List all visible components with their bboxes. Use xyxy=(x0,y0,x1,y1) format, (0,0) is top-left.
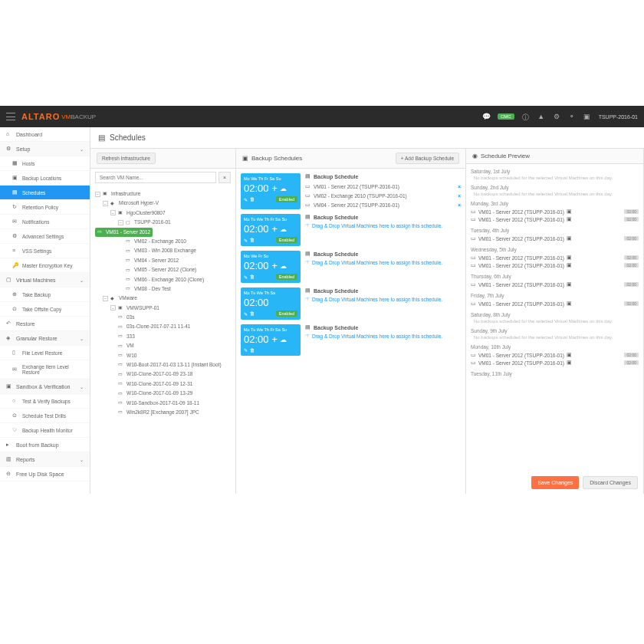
vm-icon: ▭ xyxy=(471,352,476,358)
tree-node[interactable]: −▢TSUPP-2016-01 xyxy=(95,218,231,227)
tree-node[interactable]: ▭VM06 - Exchange 2010 (Clone) xyxy=(95,275,231,284)
sidebar-item-sandbox-verification[interactable]: ▣Sandbox & Verification⌄ xyxy=(0,380,90,394)
sidebar-item-exchange-item-level-restore[interactable]: ✉Exchange Item Level Restore xyxy=(0,360,90,380)
vm-label: VM01 - Server 2012 (TSUPP-2016-01) xyxy=(478,217,564,222)
preview-day: Monday, 10th July▭VM01 - Server 2012 (TS… xyxy=(471,344,639,366)
edit-icon[interactable]: ✎ xyxy=(244,311,248,317)
edit-icon[interactable]: ✎ xyxy=(244,347,248,353)
remove-vm-button[interactable]: × xyxy=(458,202,461,208)
sidebar-item-advanced-settings[interactable]: ⚙Advanced Settings xyxy=(0,229,90,244)
tree-node[interactable]: ▭03s xyxy=(95,313,231,322)
sidebar-item-virtual-machines[interactable]: ▢Virtual Machines⌄ xyxy=(0,273,90,288)
schedule-card[interactable]: Mo Tu We Th Sa 02:00✎🗑Enabled xyxy=(241,288,301,320)
tree-toggle-icon[interactable]: − xyxy=(95,192,100,197)
sidebar-item-setup[interactable]: ⚙Setup⌄ xyxy=(0,142,90,156)
sidebar-item-reports[interactable]: ▥Reports⌄ xyxy=(0,452,90,467)
sidebar-item-backup-locations[interactable]: ▣Backup Locations xyxy=(0,171,90,186)
preview-vm: ▭VM01 - Server 2012 (TSUPP-2016-01)▣02:0… xyxy=(471,261,639,269)
search-input[interactable] xyxy=(95,172,216,183)
tree-node[interactable]: ▭W10-Clone-2017-01-09 12-31 xyxy=(95,380,231,389)
tree-toggle-icon[interactable]: − xyxy=(110,210,116,215)
schedule-time: 02:00 + ☁ xyxy=(244,260,297,271)
sidebar-item-restore[interactable]: ↶Restore xyxy=(0,317,90,331)
tree-node[interactable]: ▭VM01 - Server 2012 xyxy=(95,228,153,237)
sidebar-item-vss-settings[interactable]: ≡VSS Settings xyxy=(0,244,90,258)
tree-node[interactable]: ▭333 xyxy=(95,332,231,341)
sidebar-item-retention-policy[interactable]: ↻Retention Policy xyxy=(0,200,90,215)
tree-node[interactable]: ▭W10-Clone-2017-01-09 13-29 xyxy=(95,389,231,398)
delete-icon[interactable]: 🗑 xyxy=(250,311,255,316)
sidebar-item-backup-health-monitor[interactable]: ♡Backup Health Monitor xyxy=(0,423,90,438)
delete-icon[interactable]: 🗑 xyxy=(250,348,255,353)
tree-node[interactable]: ▭VM04 - Server 2012 xyxy=(95,256,231,265)
sidebar-item-take-backup[interactable]: ⊕Take Backup xyxy=(0,288,90,302)
schedule-card[interactable]: Mo We Fr Su 02:00 + ☁✎🗑Enabled xyxy=(241,251,301,283)
tree-node[interactable]: −▣Infrastructure xyxy=(95,189,231,199)
sidebar-item-test-verify-backups[interactable]: ○Test & Verify Backups xyxy=(0,394,90,409)
sidebar-item-notifications[interactable]: ✉Notifications xyxy=(0,215,90,229)
add-schedule-button[interactable]: + Add Backup Schedule xyxy=(396,153,459,164)
disk-icon: ▣ xyxy=(567,352,572,358)
tree-node[interactable]: −◆VMware xyxy=(95,294,231,303)
tree-node[interactable]: −▣HgoCluster90807 xyxy=(95,209,231,218)
logo-product-prefix: VM xyxy=(61,113,71,120)
remove-vm-button[interactable]: × xyxy=(458,193,461,199)
sidebar-item-master-encryption-key[interactable]: 🔑Master Encryption Key xyxy=(0,258,90,273)
sidebar-item-hosts[interactable]: ▦Hosts xyxy=(0,156,90,171)
preview-day: Monday, 3rd July▭VM01 - Server 2012 (TSU… xyxy=(471,201,639,223)
sidebar-item-file-level-restore[interactable]: ▯File Level Restore xyxy=(0,346,90,360)
tree-node[interactable]: ▭W10-Sandbox-2017-01-09 18-11 xyxy=(95,399,231,408)
sidebar-item-dashboard[interactable]: ⌂Dashboard xyxy=(0,127,90,142)
menu-icon[interactable] xyxy=(6,113,15,120)
tree-item-icon: ▭ xyxy=(118,343,124,350)
save-button[interactable]: Save Changes xyxy=(531,476,579,489)
tree-node[interactable]: ▭VM02 - Exchange 2010 xyxy=(95,237,231,246)
tree-node[interactable]: ▭W10 xyxy=(95,351,231,360)
delete-icon[interactable]: 🗑 xyxy=(250,197,255,202)
sidebar-item-take-offsite-copy[interactable]: ⊙Take Offsite Copy xyxy=(0,302,90,317)
tree-toggle-icon[interactable]: − xyxy=(110,305,116,310)
tree-node[interactable]: ▭VM03 - Win 2008 Exchange xyxy=(95,246,231,255)
sidebar-item-schedules[interactable]: ▤Schedules xyxy=(0,186,90,200)
remove-vm-button[interactable]: × xyxy=(458,184,461,189)
schedule-card[interactable]: Mo Tu We Th Fr Sa Su 02:00 + ☁✎🗑Enabled xyxy=(241,214,301,246)
sidebar-item-granular-restore[interactable]: ◈Granular Restore⌄ xyxy=(0,331,90,346)
sidebar-item-free-up-disk-space[interactable]: ⊖Free Up Disk Space xyxy=(0,467,90,481)
tree-toggle-icon[interactable]: − xyxy=(103,296,108,301)
preview-day: Tuesday, 11th July xyxy=(471,371,639,376)
refresh-button[interactable]: Refresh Infrastructure xyxy=(97,153,156,164)
delete-icon[interactable]: 🗑 xyxy=(250,238,255,242)
delete-icon[interactable]: 🗑 xyxy=(250,274,255,279)
settings-icon[interactable]: ⚙ xyxy=(553,113,560,120)
tree-node[interactable]: ▭Win2k8R2 [Exchange 2007] JPC xyxy=(95,408,231,417)
tree-node[interactable]: −◆Microsoft Hyper-V xyxy=(95,199,231,208)
tree-node[interactable]: ▭VM08 - Dev Test xyxy=(95,284,231,294)
time-badge: 02:00 xyxy=(624,209,639,214)
schedule-card[interactable]: Mo We Th Fr Sa Su 02:00 + ☁✎🗑Enabled xyxy=(241,173,301,209)
share-icon[interactable]: ⚬ xyxy=(568,113,576,120)
edit-icon[interactable]: ✎ xyxy=(244,197,248,202)
tree-toggle-icon[interactable]: − xyxy=(118,220,123,225)
tree-node[interactable]: ▭03s-Clone-2017-07-21 11-41 xyxy=(95,322,231,331)
day-title: Wednesday, 5th July xyxy=(471,247,639,252)
tree-toggle-icon[interactable]: − xyxy=(103,201,108,206)
vm-label: VM01 - Server 2012 (TSUPP-2016-01) xyxy=(478,209,564,215)
edit-icon[interactable]: ✎ xyxy=(244,274,248,280)
clear-search-button[interactable]: × xyxy=(219,172,231,183)
info-icon[interactable]: ⓘ xyxy=(522,113,530,120)
edit-icon[interactable]: ✎ xyxy=(244,238,248,243)
cmc-badge[interactable]: CMC xyxy=(498,113,514,120)
chat-icon[interactable]: 💬 xyxy=(482,113,490,120)
tree-node[interactable]: −▣VMWSUPP-01 xyxy=(95,304,231,313)
sidebar-item-boot-from-backup[interactable]: ▸Boot from Backup xyxy=(0,438,90,452)
tree-node[interactable]: ▭W10-Clone-2017-01-09 23-18 xyxy=(95,370,231,379)
tree-node[interactable]: ▭VM xyxy=(95,341,231,350)
tree-item-icon: ▭ xyxy=(126,257,132,264)
discard-button[interactable]: Discard Changes xyxy=(583,476,638,489)
preview-day: Sunday, 2nd JulyNo backups scheduled for… xyxy=(471,185,639,196)
tree-node[interactable]: ▭VM05 - Server 2012 (Clone) xyxy=(95,265,231,274)
alert-icon[interactable]: ▲ xyxy=(537,113,545,120)
schedule-card[interactable]: Mo Tu We Th Fr Sa Su 02:00 + ☁✎🗑 xyxy=(241,324,301,356)
tree-node[interactable]: ▭W10-Boot-2017-01-03 13-11 (Instant Boot… xyxy=(95,360,231,370)
sidebar-item-schedule-test-drills[interactable]: ⊙Schedule Test Drills xyxy=(0,409,90,423)
